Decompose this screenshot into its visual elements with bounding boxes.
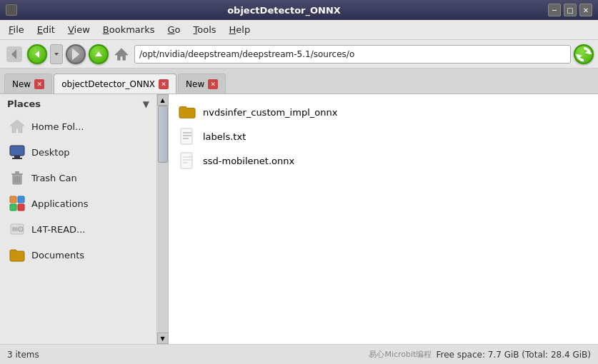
free-space: Free space: 7.7 GiB (Total: 28.4 GiB) <box>436 350 591 360</box>
svg-marker-2 <box>35 51 39 58</box>
svg-rect-15 <box>15 171 19 173</box>
scroll-up-arrow[interactable]: ▲ <box>157 94 169 106</box>
tab-bar: New ✕ objectDetector_ONNX ✕ New ✕ <box>0 69 598 94</box>
minimize-button[interactable]: ─ <box>548 4 561 16</box>
file-item-nvdsinfer[interactable]: nvdsinfer_custom_impl_onnx <box>174 100 592 124</box>
home-folder-icon <box>9 118 26 135</box>
folder-icon <box>9 246 26 263</box>
sidebar-label-desktop: Desktop <box>31 147 70 158</box>
sidebar-item-trash[interactable]: Trash Can <box>0 165 156 191</box>
window-title: objectDetector_ONNX <box>20 5 548 16</box>
menu-help[interactable]: Help <box>224 22 256 37</box>
trash-icon <box>9 169 26 186</box>
status-bar: 3 items 易心Microbit编程 Free space: 7.7 GiB… <box>0 344 598 364</box>
menu-edit[interactable]: Edit <box>31 22 61 37</box>
sidebar: Places ▼ Home Fol... Desktop <box>0 94 157 344</box>
tab-close-objectdetector[interactable]: ✕ <box>159 79 169 89</box>
text-file-icon <box>179 128 196 145</box>
sidebar-header: Places ▼ <box>0 94 156 113</box>
status-logo: 易心Microbit编程 <box>369 349 432 360</box>
main-area: Places ▼ Home Fol... Desktop <box>0 94 598 344</box>
tab-new2[interactable]: New ✕ <box>178 74 226 93</box>
sidebar-label-applications: Applications <box>31 198 88 209</box>
sidebar-label-home: Home Fol... <box>31 121 84 132</box>
svg-marker-5 <box>95 51 102 56</box>
svg-rect-26 <box>12 227 18 231</box>
svg-marker-4 <box>72 48 79 60</box>
desktop-icon <box>9 143 26 161</box>
svg-marker-3 <box>54 53 59 56</box>
menu-file[interactable]: File <box>3 22 30 37</box>
tab-close-new1[interactable]: ✕ <box>34 79 44 89</box>
folder-file-icon <box>179 103 196 121</box>
file-list: nvdsinfer_custom_impl_onnx labels.txt <box>169 94 598 344</box>
sidebar-item-documents[interactable]: Documents <box>0 242 156 268</box>
file-area: ▲ ▼ nvdsinfer_custom_impl_onnx <box>157 94 598 344</box>
menu-bookmarks[interactable]: Bookmarks <box>97 22 161 37</box>
menu-view[interactable]: View <box>62 22 96 37</box>
maximize-button[interactable]: □ <box>564 4 577 16</box>
svg-point-25 <box>20 228 21 230</box>
sidebar-chevron[interactable]: ▼ <box>143 99 149 109</box>
refresh-button[interactable] <box>574 44 594 64</box>
status-right: 易心Microbit编程 Free space: 7.7 GiB (Total:… <box>369 349 591 360</box>
tab-close-new2[interactable]: ✕ <box>208 79 218 89</box>
svg-rect-22 <box>18 204 24 211</box>
back-button[interactable] <box>4 44 24 64</box>
applications-icon <box>9 195 26 212</box>
generic-file-icon <box>179 152 196 169</box>
svg-rect-27 <box>181 128 192 144</box>
sidebar-label-documents: Documents <box>31 250 84 261</box>
sidebar-item-desktop[interactable]: Desktop <box>0 139 156 165</box>
menu-go[interactable]: Go <box>161 22 186 37</box>
items-count: 3 items <box>7 350 39 360</box>
sidebar-label-l4t: L4T-READ... <box>31 224 86 235</box>
svg-rect-21 <box>10 204 16 211</box>
svg-rect-11 <box>14 156 20 158</box>
tab-objectdetector[interactable]: objectDetector_ONNX ✕ <box>54 74 176 93</box>
forward-button[interactable] <box>66 44 86 64</box>
svg-rect-20 <box>18 196 24 203</box>
sidebar-item-l4t[interactable]: L4T-READ... <box>0 216 156 242</box>
window-icon <box>6 4 17 16</box>
file-name-labels: labels.txt <box>203 131 246 142</box>
scroll-down-arrow[interactable]: ▼ <box>157 333 169 344</box>
toolbar: /opt/nvidia/deepstream/deepstream-5.1/so… <box>0 40 598 69</box>
address-bar[interactable]: /opt/nvidia/deepstream/deepstream-5.1/so… <box>134 45 571 64</box>
sidebar-scrollbar[interactable]: ▲ ▼ <box>157 94 169 344</box>
svg-marker-9 <box>10 120 24 133</box>
file-name-nvdsinfer: nvdsinfer_custom_impl_onnx <box>203 107 337 118</box>
history-dropdown[interactable] <box>50 44 63 64</box>
file-name-ssd: ssd-mobilenet.onnx <box>203 156 294 166</box>
sidebar-item-home[interactable]: Home Fol... <box>0 113 156 139</box>
back-green-button[interactable] <box>27 44 47 64</box>
menu-tools[interactable]: Tools <box>188 22 222 37</box>
svg-rect-14 <box>11 173 23 175</box>
svg-rect-31 <box>181 153 192 168</box>
close-button[interactable]: ✕ <box>579 4 592 16</box>
up-button[interactable] <box>89 44 109 64</box>
svg-rect-12 <box>12 158 22 159</box>
file-item-labels[interactable]: labels.txt <box>174 124 592 148</box>
window-controls: ─ □ ✕ <box>548 4 592 16</box>
sidebar-item-applications[interactable]: Applications <box>0 191 156 216</box>
sidebar-label-trash: Trash Can <box>31 173 77 183</box>
menu-bar: File Edit View Bookmarks Go Tools Help <box>0 20 598 40</box>
file-item-ssd[interactable]: ssd-mobilenet.onnx <box>174 148 592 173</box>
scroll-thumb[interactable] <box>158 106 168 163</box>
drive-icon <box>9 221 26 238</box>
tab-new1[interactable]: New ✕ <box>4 74 52 93</box>
svg-marker-6 <box>115 48 128 60</box>
svg-rect-19 <box>10 196 16 203</box>
title-bar: objectDetector_ONNX ─ □ ✕ <box>0 0 598 20</box>
scroll-track <box>158 106 168 333</box>
svg-rect-10 <box>10 146 24 156</box>
home-button[interactable] <box>111 44 131 64</box>
